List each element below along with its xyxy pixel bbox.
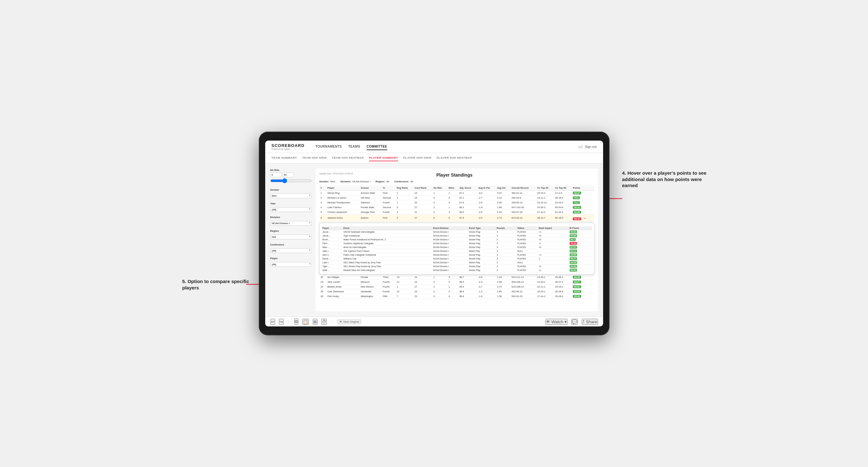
subnav-team-summary[interactable]: TEAM SUMMARY xyxy=(272,155,297,161)
no-rds-section: No Rds. xyxy=(270,168,312,185)
subnav-team-h2h-heatmap[interactable]: TEAM H2H HEATMAP xyxy=(332,155,364,161)
filter-row: Gender: Men Division: NCAA Division I Re… xyxy=(319,180,594,183)
share-label: Share xyxy=(586,319,597,324)
division-select[interactable]: NCAA Division I xyxy=(270,221,312,226)
conference-section: Conference (All) xyxy=(270,243,312,253)
arrow-indicator: ← xyxy=(583,216,588,221)
no-rds-slider[interactable] xyxy=(270,178,312,183)
comments-button[interactable]: 💬 xyxy=(571,319,578,325)
nav-tournaments[interactable]: TOURNAMENTS xyxy=(315,144,342,150)
content-header: Update time: 27/01/2024 16:56:26 Player … xyxy=(319,173,594,178)
col-vs50: Vs Top 50 xyxy=(554,186,571,191)
division-select-wrap: NCAA Division I xyxy=(270,220,312,226)
watch-icon: 👁 xyxy=(546,319,550,324)
points-badge[interactable]: 72.2 xyxy=(573,201,580,204)
table-row: 5 Christo Lamprecht Georgia Tech Fourth … xyxy=(319,210,594,215)
content-area: Update time: 27/01/2024 16:56:26 Player … xyxy=(316,168,598,311)
table-row: 26 Petr Hruby Washington Fifth 7 23 0 0 … xyxy=(319,294,594,299)
view-original-button[interactable]: 👁 View: Original xyxy=(337,319,361,324)
no-rds-max-input[interactable] xyxy=(283,173,294,177)
col-yr: Yr xyxy=(381,186,396,191)
list-item: David ...Williams CupNCAA Division IStro… xyxy=(322,257,592,261)
gender-select[interactable]: Men Women xyxy=(270,193,312,198)
gender-section: Gender Men Women xyxy=(270,188,312,198)
division-section: Division NCAA Division I xyxy=(270,216,312,226)
table-row: 25 Cole Sherwood Vanderbilt Fourth 12 23… xyxy=(319,289,594,294)
watch-button[interactable]: 👁 Watch ▾ xyxy=(546,319,567,325)
conference-select[interactable]: (All) xyxy=(270,248,312,253)
table-row: 24 Bastien Amat New Mexico Fourth 1 27 2… xyxy=(319,284,594,289)
list-item: Marc ...Amer An IntercollegiateNCAA Divi… xyxy=(322,245,592,249)
year-section: Year (All) xyxy=(270,202,312,212)
col-points: Points xyxy=(571,186,594,191)
tablet-frame: SCOREBOARD Powered by clippd TOURNAMENTS… xyxy=(259,132,610,335)
annotation-left: 5. Option to compare specific players xyxy=(182,278,252,291)
player-section: Player (All) xyxy=(270,257,312,267)
copy-button[interactable]: ⧉ xyxy=(294,318,298,325)
list-item: Jake I.The Cypress Point ClassicNCAA Div… xyxy=(322,249,592,253)
region-label: Region xyxy=(270,229,312,232)
region-select[interactable]: N/A xyxy=(270,235,312,240)
points-badge[interactable]: 80.89 xyxy=(573,211,581,214)
subnav-player-h2h-heatmap[interactable]: PLAYER H2H HEATMAP xyxy=(437,155,472,161)
nav-committee[interactable]: COMMITTEE xyxy=(367,144,387,150)
undo-button[interactable]: ↩ xyxy=(270,319,275,325)
col-to-par: Avg to Par xyxy=(477,186,496,191)
brand-sub: Powered by clippd xyxy=(272,148,305,150)
col-avg-sg: Avg SG xyxy=(496,186,510,191)
player-label: Player xyxy=(270,257,312,260)
main-content: No Rds. Gender Men Women xyxy=(265,163,603,316)
tooltip-row: Player Event Event Division Event Type R… xyxy=(319,222,594,275)
footer-toolbar: ↩ ↪ ⧉ 📋 ⊞ ⏱ 👁 View: Original 👁 Watch ▾ xyxy=(265,316,603,326)
subnav-player-h2h-grid[interactable]: PLAYER H2H GRID xyxy=(403,155,432,161)
year-select[interactable]: (All) xyxy=(270,207,312,212)
region-section: Region N/A xyxy=(270,229,312,240)
year-label: Year xyxy=(270,202,312,205)
divider xyxy=(289,319,289,324)
subnav-team-h2h-grid[interactable]: TEAM H2H GRID xyxy=(302,155,327,161)
conference-label: Conference xyxy=(270,243,312,246)
col-wins: Wins xyxy=(447,186,458,191)
col-school: School xyxy=(360,186,381,191)
sub-nav: TEAM SUMMARY TEAM H2H GRID TEAM H2H HEAT… xyxy=(265,153,603,163)
no-rds-label: No Rds. xyxy=(270,168,312,172)
table-row: 2 Michael La Sasso Ole Miss Second 1 18 … xyxy=(319,195,594,200)
player-select[interactable]: (All) xyxy=(270,262,312,267)
table-row: 23 Jack Lundin Missouri Fourth 11 24 0 0… xyxy=(319,280,594,284)
col-player: Player xyxy=(326,186,360,191)
no-rds-min-input[interactable] xyxy=(270,173,281,177)
nav-right: ◁ | Sign out xyxy=(578,145,596,149)
points-badge[interactable]: 76.3 xyxy=(573,196,580,199)
sign-out-link[interactable]: Sign out xyxy=(585,145,597,149)
tooltip-overlay: Player Event Event Division Event Type R… xyxy=(319,223,594,275)
view-icon: 👁 xyxy=(340,320,342,323)
nav-teams[interactable]: TEAMS xyxy=(348,144,361,150)
redo-button[interactable]: ↪ xyxy=(279,319,284,325)
brand-name: SCOREBOARD xyxy=(272,143,305,148)
points-badge[interactable]: 88.34 xyxy=(573,206,581,209)
divider2 xyxy=(332,319,332,324)
table-row-highlighted: 6 Jackson Koivu Auburn First 2 27 0 0 67… xyxy=(319,215,594,222)
clock-button[interactable]: ⏱ xyxy=(321,319,327,325)
chevron-down-icon: ▾ xyxy=(564,319,567,324)
logo-area: SCOREBOARD Powered by clippd xyxy=(272,143,305,150)
layout-button[interactable]: ⊞ xyxy=(313,319,317,325)
table-row: 4 Luke Clanton Florida State Second 5 27… xyxy=(319,205,594,210)
division-label: Division xyxy=(270,216,312,219)
points-badge[interactable]: 88.27 xyxy=(573,192,581,194)
points-badge-active[interactable]: 68.18 xyxy=(573,217,581,220)
list-item: Luke I.SEC Match Play hosted by Jerry Pa… xyxy=(322,261,592,264)
standings-table: # Player School Yr Reg Rank Conf Rank No… xyxy=(319,186,594,299)
col-conf-rank: Conf Rank xyxy=(413,186,432,191)
gender-label: Gender xyxy=(270,188,312,191)
standings-title: Player Standings xyxy=(353,173,556,178)
share-button[interactable]: ⤴ Share xyxy=(582,319,598,325)
subnav-player-summary[interactable]: PLAYER SUMMARY xyxy=(369,155,398,161)
list-item: Alex C.Fallen Oak Collegiate Invitationa… xyxy=(322,253,592,257)
col-adj-score: Adj. Score xyxy=(458,186,477,191)
paste-button[interactable]: 📋 xyxy=(302,319,309,325)
annotation-right: 4. Hover over a player's points to see a… xyxy=(622,170,712,189)
list-item: Jacob ...UNCW Seahawk IntercollegiateNCA… xyxy=(322,230,592,234)
view-original-label: View: Original xyxy=(343,320,359,323)
filter-gender: Gender: Men xyxy=(319,180,335,183)
